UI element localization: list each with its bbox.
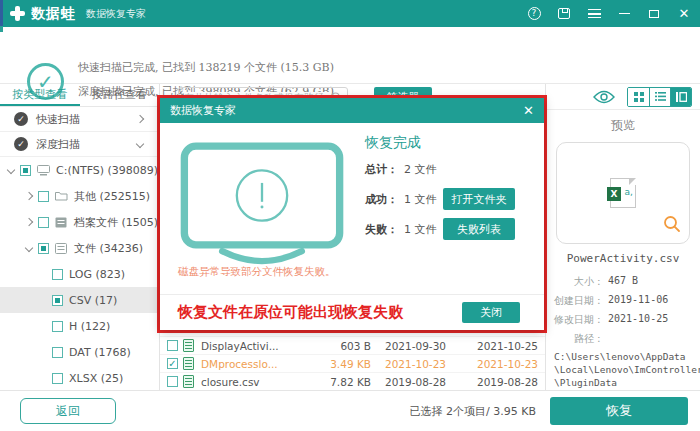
dialog-heading: 恢复完成 bbox=[365, 134, 421, 152]
tree-item-log[interactable]: LOG (823) bbox=[0, 261, 159, 287]
dialog-footer: 恢复文件在原位可能出现恢复失败 关闭 bbox=[160, 294, 544, 330]
archive-icon bbox=[55, 216, 69, 228]
dialog-titlebar: 数据恢复专家 ✕ bbox=[160, 98, 544, 123]
dialog-close-button[interactable]: ✕ bbox=[523, 104, 534, 117]
checkbox-empty[interactable] bbox=[52, 373, 63, 384]
stat-label: 成功： bbox=[365, 193, 398, 206]
tree-item-label: 其他 (252515) bbox=[74, 189, 150, 204]
tree-item-label: DAT (1768) bbox=[69, 346, 131, 359]
checkbox-partial[interactable] bbox=[52, 295, 63, 306]
back-button[interactable]: 返回 bbox=[20, 398, 116, 424]
disk-warning-text: 磁盘异常导致部分文件恢复失败。 bbox=[178, 265, 336, 279]
maximize-icon bbox=[649, 10, 659, 18]
tree-item-csv[interactable]: CSV (17) bbox=[0, 287, 159, 313]
tree-item-dat[interactable]: DAT (1768) bbox=[0, 339, 159, 365]
tree-item-h[interactable]: H (122) bbox=[0, 313, 159, 339]
checkbox-partial[interactable] bbox=[20, 165, 31, 176]
checkbox-empty[interactable] bbox=[52, 347, 63, 358]
chevron-down-icon[interactable] bbox=[7, 166, 15, 174]
selection-summary: 已选择 2个项目/ 3.95 KB bbox=[410, 404, 536, 419]
stat-label: 总计： bbox=[365, 163, 398, 176]
chevron-right-icon[interactable] bbox=[136, 115, 144, 123]
checkbox-empty[interactable] bbox=[52, 269, 63, 280]
recovery-complete-dialog: 数据恢复专家 ✕ 恢复完成 总计：2 文件 成功：1 文件 失败：1 文件 打开… bbox=[160, 98, 544, 330]
save-session-button[interactable] bbox=[556, 6, 572, 22]
preview-title: 预览 bbox=[546, 117, 700, 134]
stat-label: 失败： bbox=[365, 223, 398, 236]
open-folder-button[interactable]: 打开文件夹 bbox=[443, 188, 515, 210]
file-date-modified: 2021-10-25 bbox=[463, 340, 551, 352]
tree-item-files[interactable]: 文件 (34236) bbox=[0, 235, 159, 261]
detail-label: 修改日期： bbox=[546, 313, 604, 327]
question-icon: ? bbox=[528, 7, 541, 20]
csv-file-icon bbox=[183, 357, 194, 370]
preview-panel: 预览 X a, PowerActivity.csv 大小：467 B 创建日期：… bbox=[545, 84, 700, 390]
detail-label: 大小： bbox=[546, 275, 604, 289]
checkbox-checked[interactable] bbox=[167, 358, 178, 369]
detail-view-icon bbox=[676, 92, 687, 102]
detail-view-button[interactable] bbox=[670, 88, 691, 106]
stat-value: 1 文件 bbox=[404, 193, 437, 206]
scan-status-bar: ✓ 快速扫描已完成, 已找到 138219 个文件 (15.3 GB) 深度扫描… bbox=[0, 27, 700, 84]
preview-toggle-button[interactable] bbox=[593, 90, 615, 104]
hamburger-icon bbox=[588, 9, 601, 18]
tree-item-label: C:(NTFS) (398089) bbox=[56, 164, 158, 177]
brand-subtitle: 数据恢复专家 bbox=[86, 7, 146, 21]
file-date-created: 2021-09-30 bbox=[371, 340, 463, 352]
maximize-button[interactable] bbox=[646, 6, 662, 22]
detail-value: 2021-10-25 bbox=[608, 313, 668, 327]
list-view-button[interactable] bbox=[649, 88, 670, 106]
grid-icon bbox=[634, 92, 644, 102]
tree-item-label: 档案文件 (1505) bbox=[74, 215, 158, 230]
checkbox-empty[interactable] bbox=[38, 217, 49, 228]
chevron-right-icon[interactable] bbox=[25, 192, 33, 200]
file-size: 3.49 KB bbox=[313, 358, 371, 370]
chevron-down-icon[interactable] bbox=[25, 244, 33, 252]
file-icon bbox=[55, 242, 69, 254]
checkbox-empty[interactable] bbox=[52, 321, 63, 332]
stat-success: 成功：1 文件 bbox=[365, 192, 437, 207]
chevron-right-icon[interactable] bbox=[25, 218, 33, 226]
detail-label: 路径： bbox=[546, 332, 604, 346]
app-window: 数据蛙 数据恢复专家 ? ✕ ✓ 快速扫描已完成, 已找到 138219 个文件… bbox=[0, 0, 700, 431]
tree-item-other[interactable]: 其他 (252515) bbox=[0, 183, 159, 209]
tab-view-by-type[interactable]: 按类型查看 bbox=[0, 84, 80, 106]
checkbox-empty[interactable] bbox=[167, 340, 178, 351]
chevron-down-icon[interactable] bbox=[136, 140, 144, 148]
close-icon: ✕ bbox=[679, 7, 690, 20]
monitor-alert-icon bbox=[176, 142, 348, 270]
list-icon bbox=[655, 92, 666, 101]
sidebar-item-deep-scan[interactable]: 深度扫描 bbox=[0, 132, 159, 157]
checkbox-empty[interactable] bbox=[167, 376, 178, 387]
dialog-close-action-button[interactable]: 关闭 bbox=[462, 302, 520, 323]
sidebar-item-quick-scan[interactable]: 快速扫描 bbox=[0, 107, 159, 132]
checkbox-partial[interactable] bbox=[38, 243, 49, 254]
tree-item-xlsx[interactable]: XLSX (25) bbox=[0, 365, 159, 390]
tree-item-c-ntfs[interactable]: C:(NTFS) (398089) bbox=[0, 157, 159, 183]
csv-file-icon bbox=[183, 375, 194, 388]
tab-view-by-path[interactable]: 按路径查看 bbox=[80, 84, 160, 106]
grid-view-button[interactable] bbox=[628, 88, 649, 106]
file-row-selected[interactable]: DMprocesslo... 3.49 KB 2021-10-23 2021-1… bbox=[160, 354, 545, 372]
tree-item-archive[interactable]: 档案文件 (1505) bbox=[0, 209, 159, 235]
file-row[interactable]: DisplayActivi... 603 B 2021-09-30 2021-1… bbox=[160, 336, 545, 354]
file-row[interactable]: closure.csv 7.82 KB 2019-08-28 2019-08-2… bbox=[160, 372, 545, 390]
magnifier-icon bbox=[663, 215, 681, 233]
scan-label: 深度扫描 bbox=[36, 137, 80, 152]
minimize-button[interactable] bbox=[616, 6, 632, 22]
file-date-modified: 2021-10-23 bbox=[463, 358, 551, 370]
checkbox-empty[interactable] bbox=[38, 191, 49, 202]
help-button[interactable]: ? bbox=[526, 6, 542, 22]
file-date-modified: 2019-08-28 bbox=[463, 376, 551, 388]
red-annotation-box: 数据恢复专家 ✕ 恢复完成 总计：2 文件 成功：1 文件 失败：1 文件 打开… bbox=[157, 95, 547, 333]
background-window-edge bbox=[0, 0, 3, 26]
stat-value: 2 文件 bbox=[404, 163, 437, 176]
annotation-text: 恢复文件在原位可能出现恢复失败 bbox=[178, 303, 403, 322]
minimize-icon bbox=[619, 13, 630, 15]
close-window-button[interactable]: ✕ bbox=[676, 6, 692, 22]
failed-list-button[interactable]: 失败列表 bbox=[443, 218, 515, 240]
zoom-preview-button[interactable] bbox=[663, 215, 681, 237]
recover-button[interactable]: 恢复 bbox=[550, 397, 688, 425]
menu-button[interactable] bbox=[586, 6, 602, 22]
check-circle-icon bbox=[14, 112, 28, 126]
